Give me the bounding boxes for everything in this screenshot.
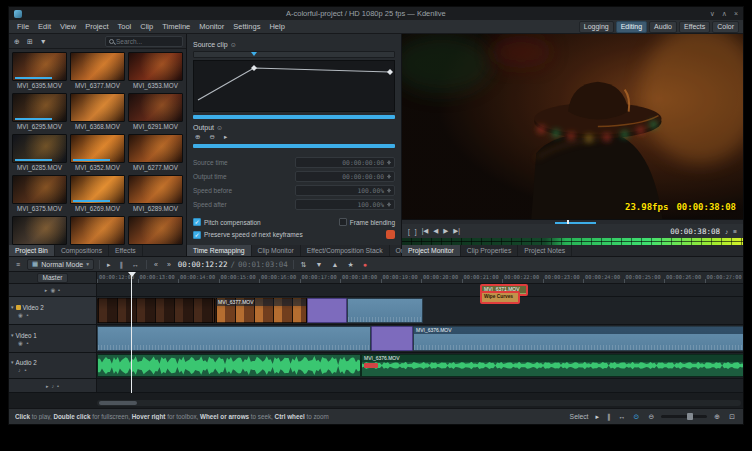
zoom-out-icon[interactable]: ⊖ (646, 411, 656, 422)
spin-buttons[interactable] (387, 160, 392, 165)
spacer-tool-icon[interactable]: ↔ (617, 411, 628, 422)
workspace-audio-button[interactable]: Audio (649, 21, 677, 33)
collapse-icon[interactable]: ▸ (45, 287, 48, 293)
workspace-color-button[interactable]: Color (712, 21, 739, 33)
timeline-clip[interactable] (97, 326, 371, 351)
close-button[interactable]: × (734, 7, 738, 20)
collapse-icon[interactable]: ▸ (46, 383, 49, 389)
monitor-tab-clip-properties[interactable]: Clip Properties (461, 245, 519, 256)
menu-clip[interactable]: Clip (136, 20, 157, 33)
timeline-playhead[interactable] (131, 272, 132, 393)
remove-keyframe-icon[interactable]: ⊖ (207, 131, 216, 142)
monitor-tab-project-notes[interactable]: Project Notes (518, 245, 572, 256)
bin-search[interactable] (105, 36, 183, 47)
next-frame-icon[interactable]: ▶| (453, 227, 460, 235)
razor-tool-icon[interactable]: ∥ (118, 259, 126, 270)
collapse-icon[interactable]: ▾ (11, 359, 14, 365)
hide-track-icon[interactable]: ◉ (18, 340, 23, 346)
record-icon[interactable]: ● (361, 259, 369, 270)
spin-buttons[interactable] (387, 174, 392, 179)
timeline-clip[interactable] (97, 298, 215, 323)
zone-in-icon[interactable]: [ (408, 228, 410, 235)
insert-zone-icon[interactable]: ▼ (314, 259, 325, 270)
lock-track-icon[interactable]: ▪ (58, 287, 60, 293)
timeline-clip-mvi-6377-mov[interactable]: MVI_6377.MOV (215, 298, 307, 323)
dock-tab-clip-monitor[interactable]: Clip Monitor (252, 245, 301, 256)
collapse-icon[interactable]: ▾ (11, 332, 14, 338)
play-backward-icon[interactable]: ◀ (433, 227, 438, 235)
go-to-start-icon[interactable]: |◀ (422, 227, 429, 235)
extract-zone-icon[interactable]: ▲ (330, 259, 341, 270)
zoom-slider-handle[interactable] (687, 413, 693, 420)
pin-icon[interactable]: ⊙ (231, 41, 236, 48)
play-icon[interactable]: ▶ (443, 227, 448, 235)
timeline-clip[interactable] (347, 298, 423, 323)
add-keyframe-icon[interactable]: ⊕ (193, 131, 202, 142)
lock-track-icon[interactable]: ▪ (27, 312, 29, 318)
timeline-menu-icon[interactable]: ≡ (14, 259, 22, 270)
favorite-effects-icon[interactable]: ★ (345, 259, 355, 270)
lock-track-icon[interactable]: ▪ (57, 383, 59, 389)
composition-wipe-curves[interactable]: Wipe Curves (481, 292, 519, 303)
zoom-fit-icon[interactable]: ⊡ (727, 411, 737, 422)
keyframe-marker-icon[interactable] (251, 52, 257, 59)
track-header-video-2[interactable]: ▾Video 2◉▪ (9, 297, 97, 324)
current-timecode[interactable]: 00:00:12:22 (178, 260, 228, 269)
track-header-audio-1[interactable]: ▸♪▪ (9, 379, 97, 392)
mute-track-icon[interactable]: ♪ (51, 383, 54, 389)
output-zone-bar[interactable] (193, 144, 395, 148)
bin-clip-mvi-6272-mov[interactable]: MVI_6272.MOV (70, 216, 125, 245)
audio-volume-icon[interactable]: ♪ (725, 228, 728, 235)
composition[interactable] (371, 326, 413, 351)
menu-tool[interactable]: Tool (114, 20, 136, 33)
selection-tool-icon[interactable]: ▸ (105, 259, 113, 270)
bin-tab-project-bin[interactable]: Project Bin (9, 245, 55, 256)
bin-clip-mvi-6277-mov[interactable]: MVI_6277.MOV (128, 134, 183, 172)
create-folder-icon[interactable]: ⊞ (25, 36, 35, 47)
bin-clip-mvi-6269-mov[interactable]: MVI_6269.MOV (70, 175, 125, 213)
menu-file[interactable]: File (13, 20, 33, 33)
bin-clip-mvi-6352-mov[interactable]: MVI_6352.MOV (70, 134, 125, 172)
output-time-spinbox[interactable]: 00:00:00:00 (295, 171, 395, 182)
lock-track-icon[interactable]: ▪ (25, 367, 27, 373)
window-titlebar[interactable]: A-colorful-project / HD 1080p 25 fps — K… (9, 7, 743, 20)
track-header-audio-2[interactable]: ▾Audio 2♪▪ (9, 353, 97, 378)
checkbox-frame-blending[interactable]: Frame blending (339, 218, 395, 226)
workspace-editing-button[interactable]: Editing (616, 21, 647, 33)
add-clip-icon[interactable]: ⊕ (12, 36, 22, 47)
bin-clip-mvi-6351-mov[interactable]: MVI_6351.MOV (12, 216, 67, 245)
dock-tab-time-remapping[interactable]: Time Remapping (187, 245, 252, 256)
bin-clip-mvi-6295-mov[interactable]: MVI_6295.MOV (12, 93, 67, 131)
zone-end-icon[interactable]: » (165, 259, 173, 270)
menu-help[interactable]: Help (265, 20, 288, 33)
remap-curve-editor[interactable] (193, 60, 395, 112)
checkbox-preserve-speed-of-next-keyframes[interactable]: ✓Preserve speed of next keyframes (193, 231, 333, 239)
menu-view[interactable]: View (56, 20, 80, 33)
bin-clip-mvi-6377-mov[interactable]: MVI_6377.MOV (70, 52, 125, 90)
timeline-clip[interactable] (97, 354, 361, 377)
bin-clip-mvi-6285-mov[interactable]: MVI_6285.MOV (12, 134, 67, 172)
minimize-button[interactable]: ∨ (710, 7, 715, 20)
maximize-button[interactable]: ∧ (722, 7, 727, 20)
bin-tab-effects[interactable]: Effects (109, 245, 143, 256)
spin-buttons[interactable] (387, 202, 392, 207)
menu-settings[interactable]: Settings (229, 20, 264, 33)
hide-track-icon[interactable]: ◉ (18, 312, 23, 318)
scrollbar-handle[interactable] (99, 401, 137, 405)
menu-project[interactable]: Project (81, 20, 112, 33)
spin-buttons[interactable] (387, 188, 392, 193)
zone-out-icon[interactable]: ] (415, 228, 417, 235)
zoom-in-icon[interactable]: ⊕ (712, 411, 722, 422)
dock-tab-effect-composition-stack[interactable]: Effect/Composition Stack (301, 245, 390, 256)
workspace-effects-button[interactable]: Effects (679, 21, 710, 33)
mute-track-icon[interactable]: ♪ (18, 367, 21, 373)
timeline-ruler[interactable]: 00:00:12:0000:00:13:0000:00:14:0000:00:1… (97, 272, 743, 284)
reset-icon[interactable] (386, 230, 395, 239)
bin-clip-mvi-6395-mov[interactable]: MVI_6395.MOV (12, 52, 67, 90)
select-tool-icon[interactable]: ▸ (593, 411, 601, 422)
source-keyframe-ruler[interactable] (193, 51, 395, 58)
bin-clip-mvi-6276-mov[interactable]: MVI_6276.MOV (128, 216, 183, 245)
collapse-icon[interactable]: ▾ (11, 304, 14, 310)
source-zone-bar[interactable] (193, 115, 395, 119)
monitor-tab-project-monitor[interactable]: Project Monitor (402, 245, 461, 256)
